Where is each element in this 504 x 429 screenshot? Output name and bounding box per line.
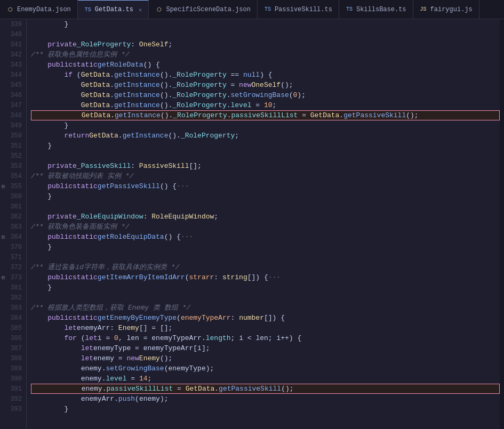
gutter-row: ⊞373 (0, 272, 26, 282)
code-line: if (GetData.getInstance()._RoleProgerty … (31, 70, 500, 80)
json-icon: ⬡ (6, 6, 14, 13)
line-number: 353 (6, 163, 26, 170)
code-line: private _RoleEquipWindow: RoleEquipWindo… (31, 212, 500, 222)
gutter-row: 344 (0, 70, 26, 80)
gutter-row: 387 (0, 343, 26, 353)
code-line: return GetData.getInstance()._RoleProger… (31, 131, 500, 141)
gutter-row: 343 (0, 60, 26, 70)
gutter-row: 389 (0, 363, 26, 374)
code-line: } (31, 120, 500, 131)
gutter-row: 363 (0, 222, 26, 232)
line-number: 348 (6, 112, 26, 119)
line-number: 372 (6, 264, 26, 271)
gutter-row: 388 (0, 353, 26, 363)
gutter-row: 370 (0, 242, 26, 252)
tab-skillsbase[interactable]: TS SkillsBase.ts (339, 0, 413, 19)
gutter-row: 392 (0, 394, 26, 404)
gutter-row: 352 (0, 151, 26, 161)
fold-indicator[interactable]: ⊞ (0, 274, 6, 281)
line-number: 373 (6, 274, 26, 281)
code-line: GetData.getInstance()._RoleProgerty.pass… (31, 110, 500, 120)
gutter-row: 354 (0, 171, 26, 181)
gutter-row: 346 (0, 90, 26, 100)
gutter-row: 383 (0, 303, 26, 313)
gutter-row: 353 (0, 161, 26, 171)
code-line: /** 通过装备id字符串，获取具体的实例类 */ (31, 262, 500, 272)
line-number: 364 (6, 233, 26, 241)
gutter-row: 390 (0, 374, 26, 384)
line-number: 360 (6, 193, 26, 200)
tab-passiveskill[interactable]: TS PassiveSkill.ts (258, 0, 339, 19)
code-line: GetData.getInstance()._RoleProgerty.leve… (31, 100, 500, 110)
tab-specificscene[interactable]: ⬡ SpecificSceneData.json (149, 0, 257, 19)
tab-enemydata[interactable]: ⬡ EnemyData.json (0, 0, 78, 19)
gutter-row: 385 (0, 323, 26, 333)
line-number: 355 (6, 183, 26, 190)
line-number: 351 (6, 142, 26, 150)
editor-container: ⬡ EnemyData.json TS GetData.ts ✕ ⬡ Speci… (0, 0, 504, 429)
code-line: enemy.setGrowingBase(enemyType); (31, 363, 500, 374)
tab-label: SkillsBase.ts (356, 6, 406, 13)
gutter-row: 382 (0, 293, 26, 303)
line-number: 342 (6, 51, 26, 59)
json-icon: ⬡ (155, 6, 163, 13)
line-number: 361 (6, 203, 26, 211)
line-number: 392 (6, 395, 26, 403)
minimap[interactable] (500, 19, 504, 429)
gutter-row: 342 (0, 50, 26, 60)
gutter-row: 371 (0, 252, 26, 262)
code-line: public static getRoleEquipData() {··· (31, 232, 500, 242)
line-number: 350 (6, 132, 26, 140)
tab-label: fairygui.js (430, 6, 473, 13)
code-content[interactable]: } private _RoleProgerty: OneSelf;/** 获取角… (27, 19, 500, 429)
code-line: enemy.level = 14; (31, 374, 500, 384)
code-line: public static getItemArrByItemIdArr(stra… (31, 272, 500, 282)
code-line: enemyArr.push(enemy); (31, 394, 500, 404)
line-number: 362 (6, 213, 26, 221)
line-number: 340 (6, 31, 26, 38)
code-line: public static getRoleData() { (31, 60, 500, 70)
ts-icon: TS (346, 6, 353, 13)
tab-close-icon[interactable]: ✕ (139, 6, 142, 13)
ts-icon: TS (264, 6, 271, 13)
gutter-row: 347 (0, 100, 26, 110)
code-line: } (31, 282, 500, 293)
code-area: 3393403413423433443453463473483493503513… (0, 19, 504, 429)
line-number: 393 (6, 406, 26, 413)
fold-indicator[interactable]: ⊞ (0, 183, 6, 190)
gutter-row: 384 (0, 313, 26, 323)
code-line: let enemyType = enemyTypeArr[i]; (31, 343, 500, 353)
code-line: GetData.getInstance()._RoleProgerty.setG… (31, 90, 500, 100)
line-number: 388 (6, 355, 26, 362)
line-number: 386 (6, 335, 26, 342)
tab-fairygui[interactable]: JS fairygui.js (413, 0, 479, 19)
line-number: 391 (6, 385, 26, 393)
code-line (31, 293, 500, 303)
code-line: /** 获取角色属性信息实例 */ (31, 50, 500, 60)
code-line: /** 获取角色装备面板实例 */ (31, 222, 500, 232)
code-line: let enemyArr: Enemy[] = []; (31, 323, 500, 333)
tab-bar: ⬡ EnemyData.json TS GetData.ts ✕ ⬡ Speci… (0, 0, 504, 19)
line-number: 346 (6, 92, 26, 99)
tab-label: GetData.ts (95, 6, 133, 13)
code-line (31, 29, 500, 39)
gutter-row: 349 (0, 120, 26, 131)
line-number: 354 (6, 173, 26, 180)
line-number: 347 (6, 102, 26, 109)
line-number: 383 (6, 304, 26, 312)
code-line: /** 根据敌人类型数组，获取 Enemy 类 数组 */ (31, 303, 500, 313)
tab-getdata[interactable]: TS GetData.ts ✕ (78, 0, 149, 19)
gutter-row: 339 (0, 19, 26, 29)
gutter-row: ⊞355 (0, 181, 26, 191)
line-number: 341 (6, 41, 26, 48)
code-line: /** 获取被动技能列表 实例 */ (31, 171, 500, 181)
line-number: 343 (6, 61, 26, 69)
fold-indicator[interactable]: ⊞ (0, 234, 6, 240)
line-number: 363 (6, 223, 26, 231)
js-icon: JS (420, 6, 427, 13)
gutter-row: 386 (0, 333, 26, 343)
line-number: 389 (6, 365, 26, 373)
line-number: 381 (6, 284, 26, 292)
gutter-row: 345 (0, 80, 26, 90)
gutter-row: 341 (0, 39, 26, 50)
